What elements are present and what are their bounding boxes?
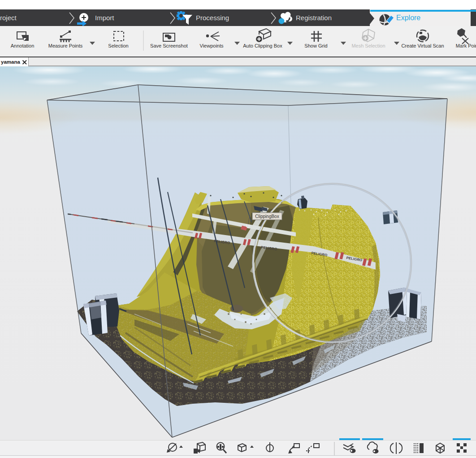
svg-text:ClippingBox: ClippingBox bbox=[255, 214, 279, 219]
